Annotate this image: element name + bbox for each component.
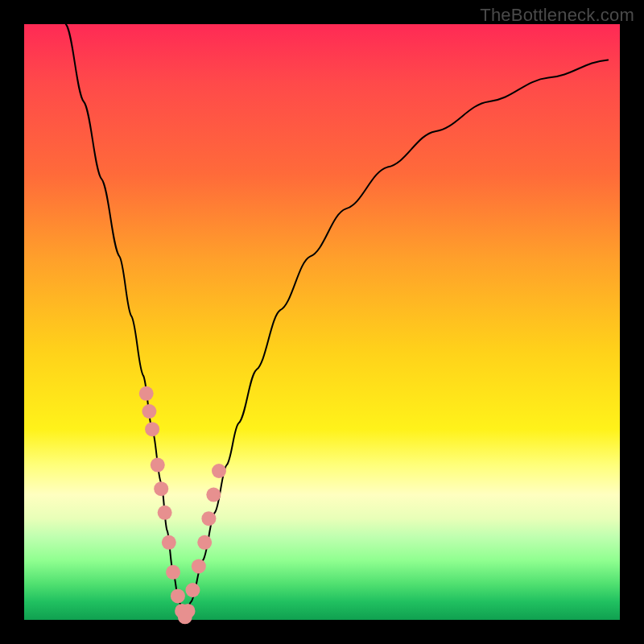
curve-marker <box>171 588 185 603</box>
curve-marker <box>139 386 154 401</box>
curve-marker <box>154 481 168 496</box>
curve-marker <box>145 422 159 436</box>
bottleneck-curve <box>66 24 608 617</box>
curve-marker <box>162 535 176 550</box>
curve-markers <box>139 386 226 625</box>
curve-marker <box>181 604 196 618</box>
curve-marker <box>192 559 206 573</box>
chart-svg <box>24 24 620 620</box>
curve-marker <box>151 458 165 473</box>
curve-marker <box>142 404 156 419</box>
chart-frame: TheBottleneck.com <box>0 0 644 644</box>
curve-marker <box>166 565 180 580</box>
curve-marker <box>158 506 172 520</box>
curve-marker <box>201 511 216 526</box>
curve-marker <box>206 488 221 502</box>
plot-area <box>24 24 620 620</box>
curve-marker <box>197 535 212 550</box>
watermark-text: TheBottleneck.com <box>480 5 634 26</box>
curve-marker <box>212 464 226 478</box>
curve-marker <box>185 583 200 597</box>
